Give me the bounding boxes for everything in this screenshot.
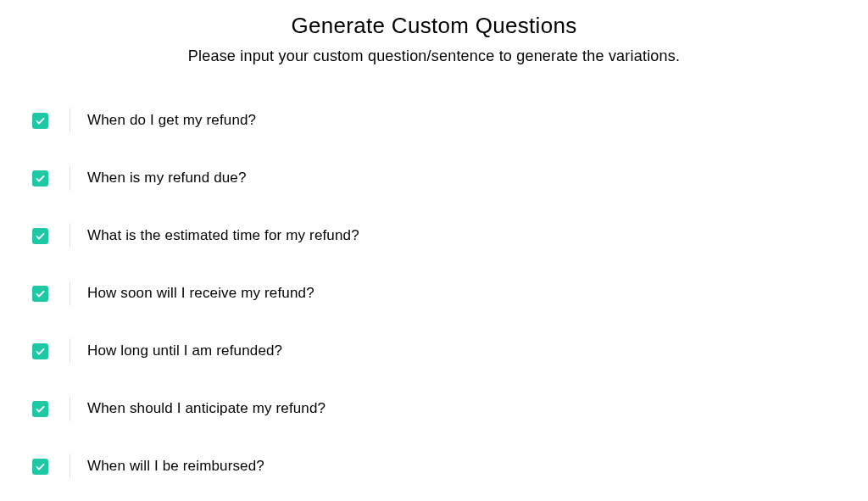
page-subtitle: Please input your custom question/senten… — [0, 47, 868, 65]
row-divider — [70, 396, 70, 421]
question-checkbox[interactable] — [32, 343, 48, 359]
row-divider — [70, 108, 70, 133]
question-text: When should I anticipate my refund? — [87, 400, 326, 417]
question-row: When is my refund due? — [32, 165, 836, 191]
question-list: When do I get my refund? When is my refu… — [0, 108, 868, 479]
check-icon — [35, 173, 46, 184]
row-divider — [70, 338, 70, 364]
question-checkbox[interactable] — [32, 401, 48, 417]
question-row: When should I anticipate my refund? — [32, 396, 836, 421]
question-checkbox[interactable] — [32, 228, 48, 244]
question-text: When is my refund due? — [87, 170, 247, 186]
check-icon — [35, 346, 46, 357]
row-divider — [70, 454, 70, 479]
row-divider — [70, 223, 70, 248]
question-text: What is the estimated time for my refund… — [87, 227, 359, 244]
question-row: How long until I am refunded? — [32, 338, 836, 364]
question-checkbox[interactable] — [32, 113, 48, 129]
check-icon — [35, 115, 46, 126]
question-row: When will I be reimbursed? — [32, 454, 836, 479]
row-divider — [70, 165, 70, 191]
page-title: Generate Custom Questions — [0, 13, 868, 39]
check-icon — [35, 404, 46, 415]
question-text: How long until I am refunded? — [87, 342, 282, 359]
question-text: How soon will I receive my refund? — [87, 285, 314, 302]
question-text: When will I be reimbursed? — [87, 458, 264, 475]
question-checkbox[interactable] — [32, 170, 48, 186]
question-text: When do I get my refund? — [87, 112, 256, 129]
check-icon — [35, 288, 46, 299]
row-divider — [70, 281, 70, 306]
check-icon — [35, 231, 46, 242]
page-header: Generate Custom Questions Please input y… — [0, 13, 868, 65]
question-row: How soon will I receive my refund? — [32, 281, 836, 306]
question-row: When do I get my refund? — [32, 108, 836, 133]
check-icon — [35, 461, 46, 472]
question-checkbox[interactable] — [32, 286, 48, 302]
page-container: Generate Custom Questions Please input y… — [0, 0, 868, 479]
question-row: What is the estimated time for my refund… — [32, 223, 836, 248]
question-checkbox[interactable] — [32, 459, 48, 475]
